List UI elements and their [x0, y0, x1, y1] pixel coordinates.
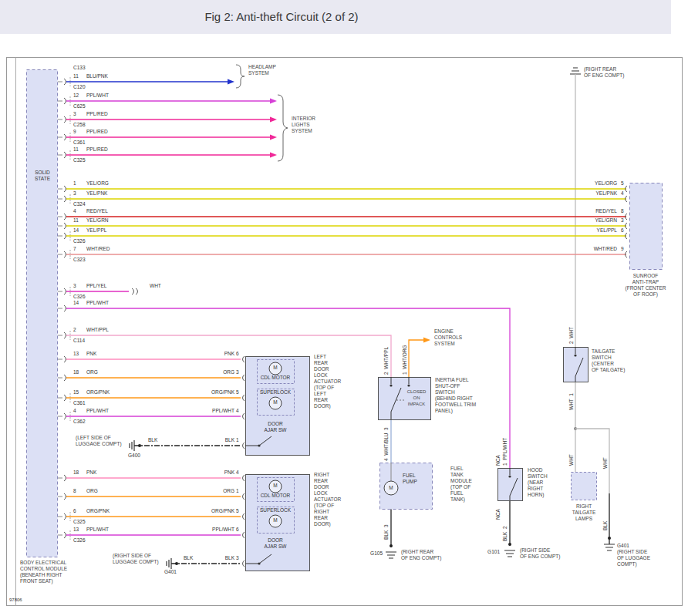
wire-pin: 13 [73, 351, 86, 357]
wire-color: ORG/PNK [197, 508, 234, 514]
superlock-label: SUPERLOCK [255, 389, 295, 396]
wire-color: ORG [86, 488, 98, 493]
tailgate-switch-caption: TAILGATE SWITCH (CENTER OF TAILGATE) [592, 348, 625, 373]
wire-pin: 4 [73, 408, 86, 414]
wire-color: YEL/PNK [583, 190, 617, 197]
wire-label: 13PNK [73, 351, 96, 357]
wire-label: 7WHT/RED [73, 246, 110, 252]
wire-label: 3PPL/YEL [73, 283, 106, 289]
splice-wire-color: WHT [150, 283, 161, 289]
connector-label: C114 [73, 338, 85, 344]
wire-label: 12PPL/WHT [73, 93, 109, 99]
sunroof-caption: SUNROOF ANTI-TRAP (FRONT CENTER OF ROOF) [623, 273, 668, 298]
wire-color: PNK [197, 470, 234, 476]
ground-name: G401 [617, 543, 629, 549]
wire-label: 14PPL/WHT [73, 300, 109, 306]
wire-label: 11YEL/GRN [73, 217, 109, 224]
sunroof-box [630, 183, 663, 270]
right-actuator-caption: RIGHT REAR DOOR LOCK ACTUATOR (TOP OF RI… [314, 472, 351, 527]
wire-color: YEL/PNK [86, 190, 107, 196]
ground-location-caption: (RIGHT SIDE OF LUGGAGE COMPT) [617, 549, 650, 567]
connector-label: C323 [73, 257, 86, 263]
figure-code: 97806 [9, 597, 22, 603]
wire-color: ORG [197, 369, 234, 375]
connector-label: C325 [73, 519, 86, 525]
ground-location-caption: (RIGHT SIDE OF LUGGAGE COMPT) [113, 553, 159, 565]
fuel-pump-label: FUEL PUMP [403, 473, 417, 485]
inertia-note: CLOSED ON IMPACK [404, 389, 429, 407]
wire-pin: 11 [73, 146, 86, 153]
interior-lights-system-label: INTERIOR LIGHTS SYSTEM [292, 116, 315, 134]
wire-pin: 11 [73, 73, 86, 79]
wire-color-vertical: 1 WHT/ORG [402, 345, 408, 375]
wire-pin: 15 [73, 389, 86, 396]
cdl-motor-label: CDL MOTOR [255, 493, 295, 499]
wire-pin: 3 [236, 555, 239, 561]
wire-pin: 14 [73, 300, 86, 306]
wire-color: ORG/PNK [86, 389, 110, 395]
wire-color-vertical: BLK 3 [383, 524, 390, 540]
ground-location-caption: (LEFT SIDE OF LUGGAGE COMPT) [76, 435, 122, 447]
wire-color: BLK [148, 437, 157, 443]
ground-location-caption: (RIGHT REAR OF ENG COMPT) [584, 66, 624, 79]
ground-name: G101 [480, 549, 500, 555]
connector-label: C324 [73, 201, 86, 207]
engine-controls-system-label: ENGINE CONTROLS SYSTEM [434, 328, 462, 347]
connector-label: C326 [73, 238, 86, 244]
wire-color: PPL/RED [86, 111, 108, 116]
wire-pin: 4 [236, 470, 239, 476]
wire-color: PPL/WHT [86, 93, 109, 98]
wire-color: PNK [197, 351, 234, 357]
wire-label: 3PPL/RED [73, 111, 108, 117]
wire-pin: 9 [621, 246, 624, 252]
wire-color: YEL/GRN [583, 217, 617, 224]
nca-label: NCA [495, 509, 501, 520]
wire-pin: 18 [73, 369, 86, 375]
hood-switch-caption: HOOD SWITCH (NEAR RIGHT HORN) [528, 467, 548, 498]
wire-label: 9PPL/RED [73, 129, 108, 135]
connector-label: C326 [73, 537, 86, 544]
wire-color-vertical: 2 WHT/PPL [383, 347, 390, 375]
connector-label: C362 [73, 419, 86, 425]
connector-label: C120 [73, 84, 86, 90]
motor-m-label: M [271, 483, 279, 489]
wire-color: PPL/WHT [197, 408, 234, 414]
wire-color-vertical: 2 WHT [568, 327, 575, 344]
connector-label: C258 [73, 122, 86, 128]
connector-label: C625 [73, 103, 86, 109]
wire-color: PPL/WHT [86, 300, 109, 305]
wire-pin: 6 [236, 527, 239, 533]
ground-name: G401 [159, 569, 182, 575]
wire-label: 1YEL/ORG [73, 180, 109, 187]
cdl-motor-label: CDL MOTOR [255, 375, 295, 381]
wire-color: ORG [86, 369, 98, 375]
superlock-label: SUPERLOCK [255, 507, 295, 513]
wire-label: 6ORG/PNK [73, 508, 110, 514]
wire-pin: 5 [621, 180, 624, 187]
wire-color: ORG/PNK [197, 389, 234, 396]
wire-color: PNK [86, 470, 96, 475]
wire-pin: 3 [73, 283, 86, 289]
wire-label: 4RED/YEL [73, 208, 108, 214]
wire-pin: 12 [73, 93, 86, 99]
wire-pin: 8 [621, 208, 624, 214]
wire-pin: 14 [73, 227, 86, 234]
wire-color: PPL/RED [86, 146, 108, 152]
wire-color-vertical: WHT 1 [568, 393, 575, 410]
wire-pin: 4 [73, 208, 86, 214]
wire-color: PNK [86, 351, 96, 356]
inertia-caption: INERTIA FUEL SHUT-OFF SWITCH (BEHIND RIG… [435, 377, 476, 414]
wire-color-vertical: WHT [602, 457, 609, 469]
wire-color: YEL/ORG [86, 180, 109, 186]
wire-pin: 5 [236, 389, 239, 396]
module-caption: BODY ELECTRICAL CONTROL MODULE (BENEATH … [20, 560, 89, 584]
motor-m-label: M [271, 517, 279, 523]
ground-location-caption: (RIGHT REAR OF ENG COMPT) [401, 549, 441, 561]
wire-color-vertical: 1 PPL/WHT [502, 438, 508, 466]
wire-label: 15ORG/PNK [73, 389, 110, 396]
wire-pin: 9 [73, 129, 86, 135]
connector-label: C361 [73, 400, 86, 406]
wire-color: BLK [204, 437, 234, 443]
wire-pin: 1 [73, 180, 86, 187]
wire-color: PPL/RED [86, 129, 108, 134]
